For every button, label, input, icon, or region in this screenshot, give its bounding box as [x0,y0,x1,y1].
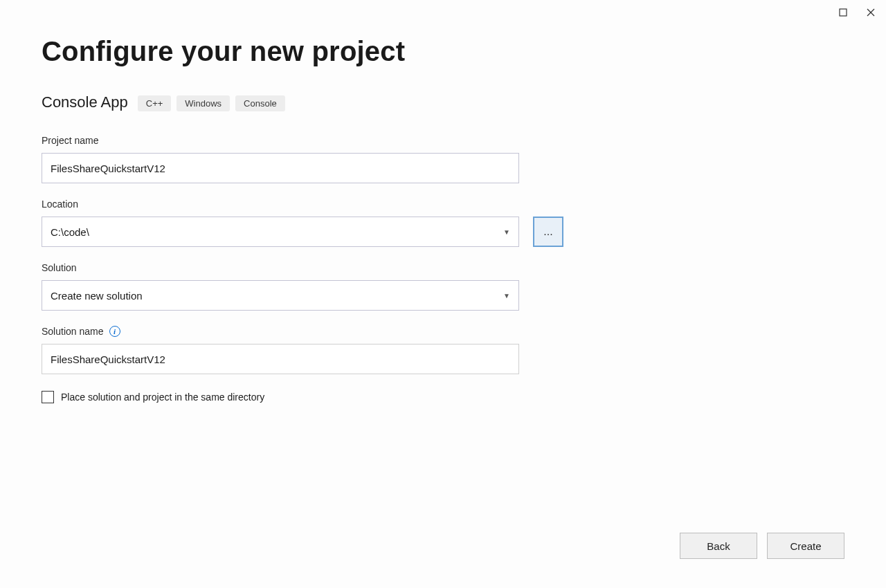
tag-console: Console [235,95,285,111]
solution-name-label: Solution name [42,326,104,337]
solution-combo[interactable]: Create new solution ▼ [42,280,519,311]
solution-name-input[interactable] [42,344,519,374]
same-directory-label: Place solution and project in the same d… [61,392,264,403]
page-title: Configure your new project [42,36,844,67]
solution-value: Create new solution [51,290,143,302]
chevron-down-icon: ▼ [503,292,510,300]
location-value: C:\code\ [51,226,89,238]
maximize-button[interactable] [838,7,849,18]
chevron-down-icon: ▼ [503,228,510,236]
close-button[interactable] [865,7,876,18]
project-name-label: Project name [42,135,844,146]
same-directory-checkbox[interactable] [42,391,54,403]
project-type-label: Console App [42,93,128,111]
solution-label: Solution [42,262,844,273]
svg-rect-0 [840,9,847,16]
maximize-icon [839,8,847,17]
tag-windows: Windows [177,95,230,111]
location-combo[interactable]: C:\code\ ▼ [42,217,519,247]
tag-cpp: C++ [138,95,172,111]
browse-location-button[interactable]: ... [533,217,563,247]
close-icon [866,8,876,17]
info-icon[interactable]: i [109,326,120,337]
back-button[interactable]: Back [680,533,757,559]
create-button[interactable]: Create [767,533,844,559]
project-name-input[interactable] [42,153,519,183]
location-label: Location [42,199,844,210]
